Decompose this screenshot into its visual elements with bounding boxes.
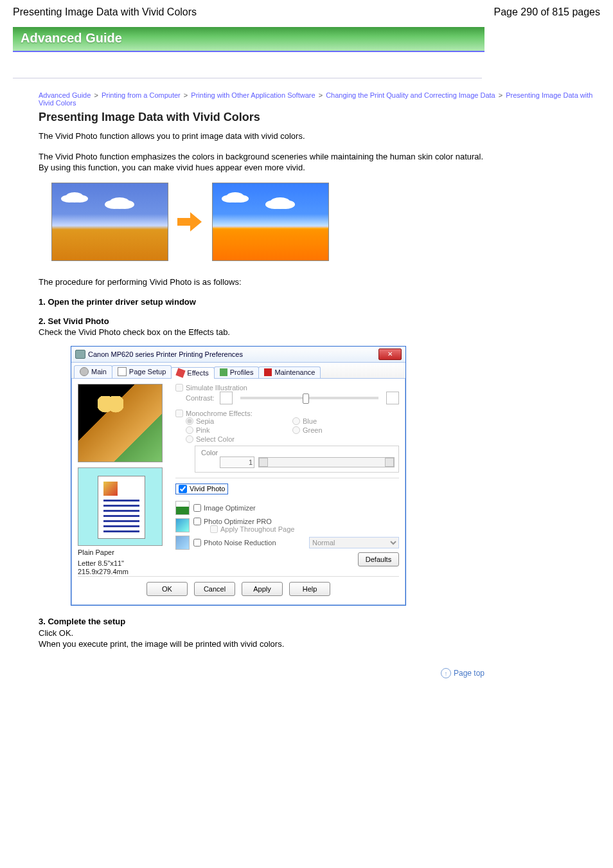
tab-profiles[interactable]: Profiles bbox=[214, 366, 260, 378]
step-number: 2. bbox=[39, 316, 46, 326]
contrast-dark-icon bbox=[220, 392, 233, 404]
cancel-button[interactable]: Cancel bbox=[194, 582, 235, 596]
monochrome-effects-checkbox[interactable]: Monochrome Effects: bbox=[175, 410, 399, 417]
dialog-titlebar[interactable]: Canon MP620 series Printer Printing Pref… bbox=[71, 347, 405, 363]
breadcrumb-sep: > bbox=[182, 91, 189, 99]
paper-type: Plain Paper bbox=[78, 548, 172, 557]
checkbox-label: Image Optimizer bbox=[204, 504, 256, 512]
page-top-icon: ↑ bbox=[441, 668, 451, 678]
page-title-header: Presenting Image Data with Vivid Colors bbox=[13, 6, 197, 18]
breadcrumb-item[interactable]: Changing the Print Quality and Correctin… bbox=[326, 91, 495, 99]
simulate-illustration-checkbox[interactable]: Simulate Illustration bbox=[175, 384, 399, 392]
arrow-icon bbox=[177, 211, 203, 233]
radio-label: Green bbox=[303, 426, 323, 434]
step-1: 1. Open the printer driver setup window bbox=[39, 296, 501, 308]
breadcrumb-sep: > bbox=[497, 91, 504, 99]
radio-select-color[interactable]: Select Color bbox=[186, 435, 292, 443]
preview-bottom bbox=[78, 467, 163, 546]
help-button[interactable]: Help bbox=[289, 582, 330, 596]
ok-button[interactable]: OK bbox=[147, 582, 188, 596]
photo-after bbox=[212, 183, 329, 261]
tab-label: Main bbox=[91, 368, 107, 375]
apply-throughout-page-checkbox[interactable]: Apply Throughout Page bbox=[193, 525, 399, 533]
intro-text: The Vivid Photo function emphasizes the … bbox=[39, 151, 488, 174]
tab-maintenance[interactable]: Maintenance bbox=[258, 366, 321, 378]
page-top-label: Page top bbox=[454, 669, 484, 678]
preview-top bbox=[78, 384, 163, 462]
photo-before bbox=[51, 183, 168, 261]
contrast-label: Contrast: bbox=[186, 394, 215, 402]
step-title: Set Vivid Photo bbox=[48, 316, 109, 326]
profiles-icon bbox=[220, 368, 227, 376]
contrast-light-icon bbox=[386, 392, 399, 404]
step-title: Open the printer driver setup window bbox=[48, 297, 195, 307]
printer-icon bbox=[75, 350, 85, 359]
step-3: 3. Complete the setup Click OK. When you… bbox=[39, 616, 501, 650]
page-setup-icon bbox=[118, 367, 127, 376]
printing-preferences-dialog: Canon MP620 series Printer Printing Pref… bbox=[71, 346, 406, 606]
defaults-button[interactable]: Defaults bbox=[358, 552, 399, 566]
photo-noise-reduction-icon bbox=[175, 536, 190, 550]
breadcrumb-sep: > bbox=[317, 91, 324, 99]
section-band: Advanced Guide bbox=[13, 27, 484, 51]
page-counter: Page 290 of 815 pages bbox=[494, 6, 600, 18]
radio-blue[interactable]: Blue bbox=[292, 417, 399, 425]
radio-pink[interactable]: Pink bbox=[186, 426, 292, 434]
breadcrumb-item[interactable]: Printing from a Computer bbox=[102, 91, 181, 99]
tab-main[interactable]: Main bbox=[74, 365, 112, 378]
checkbox-label: Vivid Photo bbox=[190, 485, 225, 493]
tab-label: Effects bbox=[187, 369, 208, 377]
checkbox-label: Photo Noise Reduction bbox=[204, 539, 276, 547]
radio-label: Sepia bbox=[196, 417, 214, 425]
apply-button[interactable]: Apply bbox=[242, 582, 283, 596]
step-title: Complete the setup bbox=[48, 617, 125, 626]
color-legend: Color bbox=[199, 449, 220, 457]
color-value-input[interactable] bbox=[220, 457, 254, 468]
divider bbox=[13, 78, 482, 78]
step-body: Check the Vivid Photo check box on the E… bbox=[39, 327, 230, 337]
tab-effects[interactable]: Effects bbox=[171, 367, 214, 379]
breadcrumb-item[interactable]: Advanced Guide bbox=[39, 91, 91, 99]
noise-level-select[interactable]: Normal bbox=[309, 537, 399, 548]
tab-label: Maintenance bbox=[274, 368, 315, 376]
image-optimizer-icon bbox=[175, 501, 190, 515]
checkbox-label: Monochrome Effects: bbox=[186, 410, 253, 417]
image-optimizer-checkbox[interactable]: Image Optimizer bbox=[193, 504, 256, 512]
step-body: Click OK. bbox=[39, 628, 73, 638]
vivid-photo-checkbox[interactable]: Vivid Photo bbox=[175, 484, 228, 494]
radio-green[interactable]: Green bbox=[292, 426, 399, 434]
page-heading: Presenting Image Data with Vivid Colors bbox=[39, 111, 600, 124]
photo-optimizer-pro-checkbox[interactable]: Photo Optimizer PRO bbox=[193, 518, 399, 525]
maintenance-icon bbox=[264, 368, 272, 376]
contrast-slider[interactable] bbox=[240, 397, 378, 399]
radio-sepia[interactable]: Sepia bbox=[186, 417, 292, 425]
dialog-tabs: Main Page Setup Effects Profiles Mainten… bbox=[71, 363, 405, 379]
tab-page-setup[interactable]: Page Setup bbox=[112, 365, 172, 378]
step-body: When you execute print, the image will b… bbox=[39, 639, 284, 649]
effects-icon bbox=[176, 368, 186, 377]
checkbox-label: Simulate Illustration bbox=[186, 384, 247, 392]
radio-label: Blue bbox=[303, 417, 317, 425]
main-icon bbox=[80, 367, 89, 376]
paper-size: Letter 8.5"x11" 215.9x279.4mm bbox=[78, 559, 172, 576]
checkbox-label: Photo Optimizer PRO bbox=[204, 518, 272, 525]
breadcrumb-sep: > bbox=[93, 91, 99, 99]
radio-label: Select Color bbox=[196, 435, 235, 443]
step-number: 3. bbox=[39, 617, 46, 626]
color-scrollbar[interactable] bbox=[258, 457, 395, 467]
tab-label: Profiles bbox=[230, 368, 254, 376]
close-button[interactable]: ✕ bbox=[378, 348, 402, 360]
breadcrumb: Advanced Guide > Printing from a Compute… bbox=[39, 91, 600, 107]
tab-label: Page Setup bbox=[129, 368, 166, 375]
breadcrumb-item[interactable]: Printing with Other Application Software bbox=[191, 91, 315, 99]
intro-text: The Vivid Photo function allows you to p… bbox=[39, 131, 488, 142]
photo-noise-reduction-checkbox[interactable]: Photo Noise Reduction bbox=[193, 539, 305, 547]
dialog-title: Canon MP620 series Printer Printing Pref… bbox=[88, 350, 243, 358]
radio-label: Pink bbox=[196, 426, 209, 434]
procedure-intro: The procedure for performing Vivid Photo… bbox=[39, 276, 488, 288]
checkbox-label: Apply Throughout Page bbox=[220, 525, 294, 533]
photo-optimizer-pro-icon bbox=[175, 518, 190, 532]
step-2: 2. Set Vivid Photo Check the Vivid Photo… bbox=[39, 316, 501, 338]
step-number: 1. bbox=[39, 297, 46, 307]
page-top-link[interactable]: ↑ Page top bbox=[13, 668, 484, 678]
